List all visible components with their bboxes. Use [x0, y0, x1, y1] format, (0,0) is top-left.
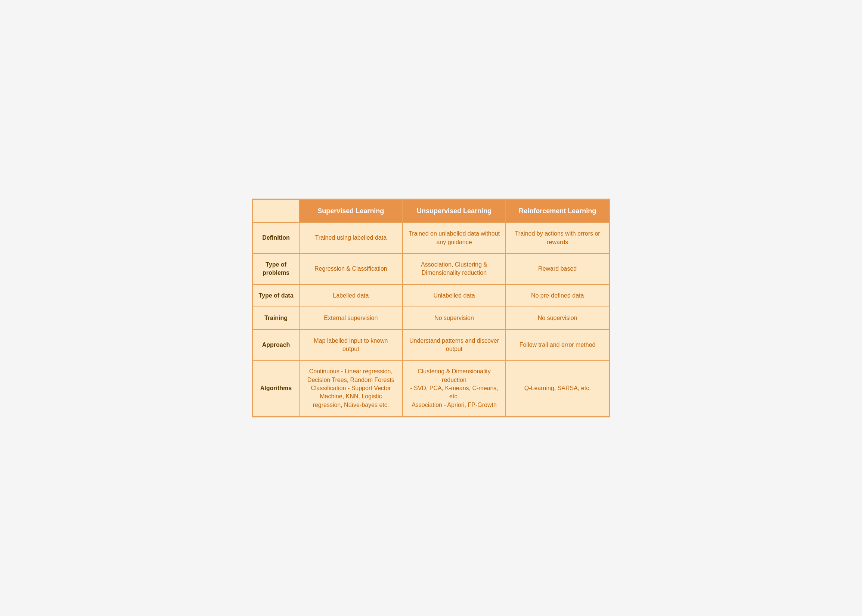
comparison-table-container: Supervised Learning Unsupervised Learnin… [252, 199, 610, 417]
row-3-col2: No supervision [403, 307, 506, 329]
row-0-col2: Trained on unlabelled data without any g… [403, 223, 506, 253]
table-row: Type of problemsRegression & Classificat… [253, 253, 609, 284]
table-row: Type of dataLabelled dataUnlabelled data… [253, 284, 609, 307]
row-4-col2: Understand patterns and discover output [403, 330, 506, 361]
header-reinforcement: Reinforcement Learning [506, 200, 609, 223]
row-3-col3: No supervision [506, 307, 609, 329]
row-5-col2: Clustering & Dimensionality reduction- S… [403, 360, 506, 416]
row-0-col1: Trained using labelled data [299, 223, 403, 253]
row-2-col1: Labelled data [299, 284, 403, 307]
row-3-col1: External supervision [299, 307, 403, 329]
header-unsupervised: Unsupervised Learning [403, 200, 506, 223]
row-label: Algorithms [253, 360, 299, 416]
table-row: TrainingExternal supervisionNo supervisi… [253, 307, 609, 329]
ml-comparison-table: Supervised Learning Unsupervised Learnin… [252, 200, 610, 416]
row-5-col3: Q-Learning, SARSA, etc. [506, 360, 609, 416]
row-5-col1: Continuous - Linear regression, Decision… [299, 360, 403, 416]
row-label: Approach [253, 330, 299, 361]
row-4-col3: Follow trail and error method [506, 330, 609, 361]
row-2-col3: No pre-defined data [506, 284, 609, 307]
row-1-col1: Regression & Classification [299, 253, 403, 284]
row-1-col3: Reward based [506, 253, 609, 284]
table-row: DefinitionTrained using labelled dataTra… [253, 223, 609, 253]
comparison-table-wrapper: Supervised Learning Unsupervised Learnin… [252, 199, 610, 417]
row-label: Type of data [253, 284, 299, 307]
row-0-col3: Trained by actions with errors or reward… [506, 223, 609, 253]
table-row: AlgorithmsContinuous - Linear regression… [253, 360, 609, 416]
row-label: Training [253, 307, 299, 329]
row-4-col1: Map labelled input to known output [299, 330, 403, 361]
table-row: ApproachMap labelled input to known outp… [253, 330, 609, 361]
row-label: Type of problems [253, 253, 299, 284]
row-2-col2: Unlabelled data [403, 284, 506, 307]
row-1-col2: Association, Clustering & Dimensionality… [403, 253, 506, 284]
header-empty [253, 200, 299, 223]
header-supervised: Supervised Learning [299, 200, 403, 223]
header-row: Supervised Learning Unsupervised Learnin… [253, 200, 609, 223]
row-label: Definition [253, 223, 299, 253]
